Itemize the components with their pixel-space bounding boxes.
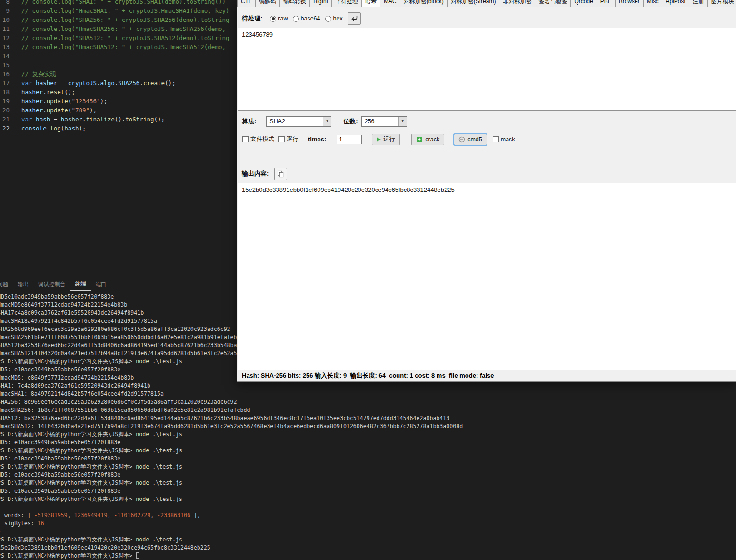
format-radio-base64[interactable]: base64 — [293, 15, 320, 22]
code-token — [32, 116, 36, 123]
panel-tab-2[interactable]: 调试控制台 — [33, 278, 70, 291]
tool-tab-17[interactable]: 图片模块 — [707, 0, 736, 7]
algorithm-row: 算法: SHA2 ▼ 位数: 256 ▼ — [242, 116, 407, 127]
terminal-text: PS D:\新桌面\MC小杨的python学习文件夹\JS脚本> — [0, 536, 136, 543]
terminal-line: PS D:\新桌面\MC小杨的python学习文件夹\JS脚本> node .\… — [0, 430, 736, 439]
code-text: // console.log("HmacSHA512: " + cryptoJS… — [21, 43, 229, 50]
tool-tab-9[interactable]: 非对称加密 — [499, 0, 535, 7]
terminal-text: SHA512: ba3253876aed6bc22d4a6ff53d8406c6… — [0, 415, 449, 421]
code-token: "123456" — [71, 98, 100, 105]
mask-checkbox-box — [493, 136, 499, 142]
crack-button[interactable]: crack — [411, 134, 444, 145]
panel-tab-1[interactable]: 输出 — [13, 278, 33, 291]
tool-tab-7[interactable]: 对称加密(block) — [400, 0, 448, 7]
paste-input-button[interactable] — [348, 12, 361, 25]
tool-tab-10[interactable]: 签名与验签 — [535, 0, 571, 7]
format-radio-raw-label: raw — [278, 15, 288, 22]
terminal-text: -519381959 — [34, 512, 68, 519]
line-number: 20 — [0, 106, 10, 115]
code-token: log — [50, 125, 61, 132]
code-token: "789" — [71, 107, 90, 114]
terminal-text: HmacSHA256: 1b8e71ff0087551bb6f063b15ea8… — [0, 407, 250, 413]
terminal-text: MD5: e10adc3949ba59abbe56e057f20f883e — [0, 366, 120, 373]
tool-tab-14[interactable]: Misc — [643, 0, 663, 7]
terminal-text: PS D:\新桌面\MC小杨的python学习文件夹\JS脚本> — [0, 358, 136, 365]
code-token: // console.log("HmacSHA256: " + cryptoJS… — [21, 25, 229, 32]
tool-tab-15[interactable]: ApiPost — [662, 0, 689, 7]
terminal-text: .\test.js — [149, 447, 182, 454]
line-number: 19 — [0, 97, 10, 106]
terminal-text: MD5: e10adc3949ba59abbe56e057f20f883e — [0, 455, 120, 462]
algorithm-select[interactable]: SHA2 ▼ — [266, 116, 331, 127]
terminal-line: SHA1: 7c4a8d09ca3762af61e59520943dc26494… — [0, 382, 736, 390]
line-number: 13 — [0, 42, 10, 51]
panel-tab-4[interactable]: 端口 — [91, 278, 111, 291]
terminal-text: 15e2b0d3c33891ebb0f1ef609ec419420c20e320… — [0, 544, 210, 551]
per-line-checkbox[interactable]: 逐行 — [278, 135, 298, 143]
terminal-text: .\test.js — [149, 480, 182, 486]
format-radio-hex[interactable]: hex — [325, 15, 343, 22]
panel-tab-3[interactable]: 终端 — [70, 278, 91, 291]
tool-tab-13[interactable]: Browser — [615, 0, 644, 7]
status-bar: Hash: SHA-256 bits: 256 输入长度: 9 输出长度: 64… — [237, 370, 736, 381]
run-button[interactable]: 运行 — [372, 134, 400, 145]
terminal-line: MD5: e10adc3949ba59abbe56e057f20f883e — [0, 455, 736, 463]
terminal-text: node — [136, 463, 149, 470]
code-text: var hash = hasher.finalize().toString(); — [21, 116, 165, 123]
cmd5-icon — [458, 136, 465, 143]
bits-label: 位数: — [343, 117, 358, 126]
cmd5-button[interactable]: cmd5 — [454, 134, 487, 145]
bits-select[interactable]: 256 ▼ — [361, 116, 407, 127]
terminal-text: PS D:\新桌面\MC小杨的python学习文件夹\JS脚本> — [0, 552, 136, 559]
output-textarea[interactable]: 15e2b0d3c33891ebb0f1ef609ec419420c20e320… — [238, 183, 736, 370]
terminal-text: HmacSHA512: 14f04320d0a4a21ed7517b94a8cf… — [0, 423, 463, 430]
terminal-text: SHA1: 7c4a8d09ca3762af61e59520943dc26494… — [0, 382, 150, 389]
code-token: // console.log("HmacSHA512: " + cryptoJS… — [21, 43, 229, 50]
input-textarea[interactable]: 123456789 — [238, 28, 736, 111]
mask-label: mask — [501, 136, 515, 143]
terminal-text: , — [150, 512, 157, 519]
tool-tab-16[interactable]: 注册 — [689, 0, 708, 7]
copy-output-button[interactable] — [274, 168, 287, 180]
paste-icon — [350, 15, 358, 22]
terminal-text: words: [ — [0, 512, 34, 519]
code-text: hasher.update("123456"); — [21, 98, 108, 105]
code-token — [32, 80, 36, 87]
tool-tab-4[interactable]: 字符处理 — [331, 0, 362, 7]
tool-tab-0[interactable]: CTF — [237, 0, 256, 7]
code-token: // 复杂实现 — [21, 70, 56, 78]
terminal-text: node — [136, 496, 149, 502]
tool-tab-1[interactable]: 编解码 — [255, 0, 280, 7]
code-token: (). — [115, 116, 126, 123]
file-mode-checkbox[interactable]: 文件模式 — [242, 135, 274, 143]
tool-tab-12[interactable]: PBE — [597, 0, 616, 7]
times-input[interactable] — [337, 135, 362, 144]
line-number: 11 — [0, 24, 10, 33]
line-number: 15 — [0, 60, 10, 70]
tool-tab-3[interactable]: BigInt — [309, 0, 332, 7]
algorithm-value: SHA2 — [267, 118, 323, 125]
mask-checkbox[interactable]: mask — [493, 136, 515, 143]
code-token: (); — [64, 89, 75, 96]
terminal-line: 15e2b0d3c33891ebb0f1ef609ec419420c20e320… — [0, 544, 736, 552]
tool-tab-2[interactable]: 编码转换 — [279, 0, 310, 7]
tool-tab-5[interactable]: 哈希 — [361, 0, 380, 7]
code-token: console — [21, 125, 47, 132]
panel-tab-0[interactable]: 问题 — [0, 278, 13, 291]
tool-tab-8[interactable]: 对称加密(Stream) — [447, 0, 500, 7]
code-text: // console.log("HmacSHA256: " + cryptoJS… — [21, 25, 229, 32]
code-token: // console.log("SHA256: " + cryptoJS.SHA… — [21, 16, 229, 23]
tool-tab-6[interactable]: MAC — [380, 0, 400, 7]
line-number: 12 — [0, 33, 10, 42]
play-icon — [377, 137, 381, 142]
terminal-text: node — [136, 431, 149, 438]
chevron-down-icon: ▼ — [398, 117, 407, 126]
terminal-text: .\test.js — [149, 431, 182, 438]
tool-tab-11[interactable]: Qrcode — [570, 0, 597, 7]
terminal-text: .\test.js — [149, 536, 182, 543]
code-text: // console.log("SHA256: " + cryptoJS.SHA… — [21, 16, 229, 23]
format-radio-raw[interactable]: raw — [270, 15, 288, 22]
radio-dot-base64 — [293, 16, 299, 22]
terminal-text: .\test.js — [149, 496, 182, 502]
code-token: hasher — [21, 107, 43, 114]
